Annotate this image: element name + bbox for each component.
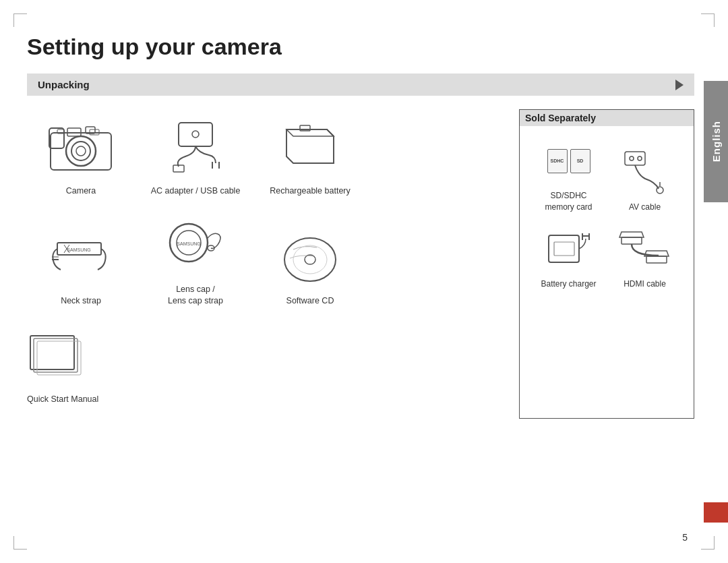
sold-separately-box: Sold Separately SDHC SD SD/SDHC memory c…	[519, 109, 694, 419]
camera-icon	[44, 113, 118, 180]
battery-icon	[276, 113, 344, 180]
ss-item-hdmi-cable: HDMI cable	[608, 224, 682, 290]
svg-point-28	[284, 238, 336, 281]
software-cd-label: Software CD	[286, 295, 334, 307]
hdmi-cable-icon	[618, 224, 672, 274]
ac-adapter-label: AC adapter / USB cable	[151, 185, 241, 198]
svg-point-37	[657, 187, 663, 194]
av-cable-icon	[618, 147, 672, 198]
arrow-right-icon	[675, 80, 684, 90]
items-row-2: SAMSUNG Neck str	[27, 211, 506, 307]
svg-rect-47	[646, 256, 667, 263]
items-area: Camera	[27, 113, 694, 419]
item-quick-start: Quick Start Manual	[27, 321, 135, 406]
included-items: Camera	[27, 113, 506, 419]
svg-point-35	[630, 156, 634, 160]
item-software-cd: Software CD	[256, 223, 364, 307]
svg-rect-45	[621, 237, 642, 244]
svg-point-4	[66, 136, 96, 166]
camera-label: Camera	[66, 185, 96, 198]
sd-card: SD	[570, 149, 590, 173]
ss-row-2: Battery charger	[530, 224, 683, 290]
svg-line-16	[327, 129, 334, 136]
svg-marker-44	[619, 232, 644, 237]
svg-point-29	[305, 255, 315, 264]
lens-cap-label: Lens cap / Lens cap strap	[168, 284, 223, 307]
svg-rect-32	[34, 338, 78, 372]
sd-card-label: SD/SDHC memory card	[545, 190, 592, 213]
svg-marker-14	[286, 129, 334, 163]
item-ac-adapter: AC adapter / USB cable	[142, 113, 249, 198]
svg-text:SAMSUNG: SAMSUNG	[67, 247, 90, 252]
item-neck-strap: SAMSUNG Neck str	[27, 223, 135, 307]
bottom-tab	[704, 502, 728, 523]
svg-text:SAMSUNG: SAMSUNG	[177, 241, 200, 246]
svg-rect-1	[49, 128, 64, 148]
item-lens-cap: SAMSUNG Lens cap / Lens cap strap	[142, 211, 249, 307]
sd-card-icon: SDHC SD	[547, 136, 590, 186]
battery-charger-icon	[542, 224, 596, 274]
items-row-3: Quick Start Manual	[27, 321, 506, 406]
svg-rect-40	[554, 242, 574, 256]
items-row-1: Camera	[27, 113, 506, 198]
quick-start-label: Quick Start Manual	[27, 394, 98, 406]
corner-mark-tr	[701, 13, 715, 27]
page-number: 5	[682, 532, 688, 543]
neck-strap-label: Neck strap	[61, 295, 101, 307]
corner-mark-bl	[13, 536, 27, 550]
battery-label: Rechargeable battery	[270, 185, 351, 198]
software-cd-icon	[276, 223, 344, 290]
english-sidebar-tab: English	[704, 81, 728, 202]
page-title: Setting up your camera	[27, 34, 694, 60]
item-camera: Camera	[27, 113, 135, 198]
svg-rect-0	[51, 133, 111, 170]
svg-point-36	[638, 156, 642, 160]
svg-point-5	[71, 142, 90, 160]
ac-adapter-icon	[158, 113, 233, 180]
battery-charger-label: Battery charger	[541, 278, 596, 290]
svg-point-6	[76, 146, 86, 156]
lens-cap-icon: SAMSUNG	[158, 211, 233, 278]
hdmi-cable-label: HDMI cable	[624, 278, 666, 290]
ss-row-1: SDHC SD SD/SDHC memory card	[530, 136, 683, 213]
corner-mark-br	[701, 536, 715, 550]
sdhc-card: SDHC	[547, 149, 568, 173]
section-title: Unpacking	[38, 79, 90, 90]
ss-item-battery-charger: Battery charger	[532, 224, 606, 290]
main-content: Setting up your camera Unpacking	[27, 27, 694, 536]
svg-point-30	[293, 245, 327, 274]
ss-item-sd-card: SDHC SD SD/SDHC memory card	[532, 136, 606, 213]
sold-separately-title: Sold Separately	[520, 110, 694, 126]
corner-mark-tl	[13, 13, 27, 27]
sidebar-label: English	[710, 121, 722, 162]
neck-strap-icon: SAMSUNG	[44, 223, 118, 290]
svg-point-13	[192, 131, 199, 138]
section-header: Unpacking	[27, 73, 694, 96]
svg-rect-9	[179, 123, 212, 146]
ss-item-av-cable: AV cable	[608, 147, 682, 213]
item-battery: Rechargeable battery	[256, 113, 364, 198]
quick-start-icon	[27, 321, 88, 388]
av-cable-label: AV cable	[629, 202, 661, 213]
